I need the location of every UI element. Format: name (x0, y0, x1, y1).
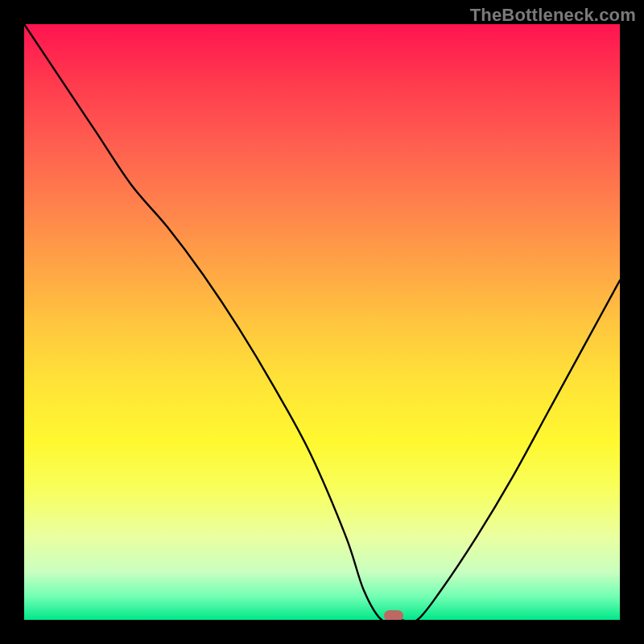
plot-area (24, 24, 620, 620)
curve-svg (24, 24, 620, 620)
bottleneck-chart: TheBottleneck.com (0, 0, 644, 644)
optimal-marker (384, 610, 403, 620)
watermark-text: TheBottleneck.com (470, 5, 636, 26)
bottleneck-curve-path (24, 24, 620, 620)
